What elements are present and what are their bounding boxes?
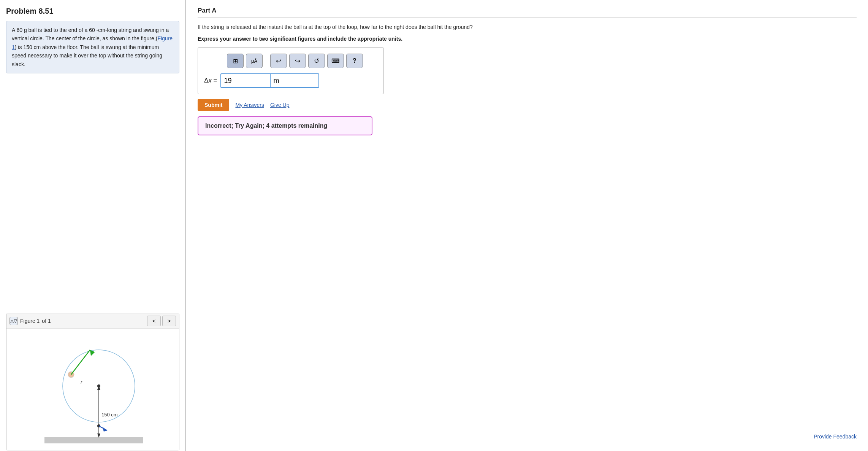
problem-text-part2: is 150 cm above the floor. The ball is s… bbox=[12, 44, 162, 67]
delta-x-label: Δx = bbox=[204, 77, 217, 84]
figure-canvas: 150 cm r bbox=[6, 329, 179, 451]
my-answers-link[interactable]: My Answers bbox=[235, 102, 264, 108]
toolbar-keyboard-btn[interactable]: ⌨ bbox=[327, 54, 344, 68]
toolbar-mu-btn[interactable]: μÅ bbox=[246, 54, 263, 68]
velocity-arrowhead bbox=[103, 427, 107, 432]
keyboard-icon: ⌨ bbox=[331, 57, 340, 64]
submit-button[interactable]: Submit bbox=[198, 99, 229, 111]
feedback-text: Incorrect; Try Again; 4 attempts remaini… bbox=[205, 122, 327, 129]
figure-spinner[interactable]: △▽ bbox=[10, 317, 18, 325]
problem-text-box: A 60 g ball is tied to the end of a 60 -… bbox=[6, 21, 179, 73]
nav-buttons: < > bbox=[147, 316, 176, 326]
figure-header-left: △▽ Figure 1 of 1 bbox=[10, 317, 51, 325]
input-row: Δx = bbox=[204, 73, 377, 88]
of-label: of 1 bbox=[42, 318, 51, 324]
answer-box: ⊞ μÅ ↩ ↪ ↺ ⌨ ? Δx = bbox=[198, 47, 384, 94]
provide-feedback-link[interactable]: Provide Feedback bbox=[814, 434, 857, 440]
string-line bbox=[71, 350, 90, 375]
value-input[interactable] bbox=[220, 73, 270, 88]
redo-icon: ↪ bbox=[295, 57, 300, 65]
unit-input[interactable] bbox=[270, 73, 319, 88]
height-label: 150 cm bbox=[101, 412, 118, 418]
instructions-text: Express your answer to two significant f… bbox=[198, 36, 857, 42]
problem-text-part1: A 60 g ball is tied to the end of a 60 -… bbox=[12, 27, 169, 41]
nav-next-button[interactable]: > bbox=[162, 316, 176, 326]
question-text: If the string is released at the instant… bbox=[198, 23, 857, 31]
floor bbox=[44, 437, 143, 443]
matrix-icon: ⊞ bbox=[233, 57, 238, 65]
center-dot bbox=[97, 384, 100, 387]
figure-panel: △▽ Figure 1 of 1 < > 150 cm bbox=[6, 313, 179, 451]
right-panel: Part A If the string is released at the … bbox=[186, 0, 868, 451]
left-panel: Problem 8.51 A 60 g ball is tied to the … bbox=[0, 0, 186, 451]
toolbar-undo-btn[interactable]: ↩ bbox=[270, 54, 287, 68]
figure-label: Figure 1 bbox=[20, 318, 40, 324]
toolbar-help-btn[interactable]: ? bbox=[346, 54, 363, 68]
figure-header: △▽ Figure 1 of 1 < > bbox=[6, 313, 179, 329]
toolbar-refresh-btn[interactable]: ↺ bbox=[308, 54, 325, 68]
toolbar-redo-btn[interactable]: ↪ bbox=[289, 54, 306, 68]
action-row: Submit My Answers Give Up bbox=[198, 99, 857, 111]
refresh-icon: ↺ bbox=[314, 57, 319, 65]
nav-prev-button[interactable]: < bbox=[147, 316, 161, 326]
feedback-box: Incorrect; Try Again; 4 attempts remaini… bbox=[198, 116, 372, 135]
radius-label: r bbox=[81, 379, 83, 385]
figure-svg: 150 cm r bbox=[6, 329, 179, 451]
undo-icon: ↩ bbox=[276, 57, 281, 65]
help-icon: ? bbox=[353, 57, 356, 64]
toolbar-matrix-btn[interactable]: ⊞ bbox=[227, 54, 244, 68]
arrow-down bbox=[97, 434, 100, 438]
mu-icon: μÅ bbox=[251, 58, 257, 64]
problem-title: Problem 8.51 bbox=[6, 7, 179, 16]
give-up-link[interactable]: Give Up bbox=[270, 102, 290, 108]
toolbar: ⊞ μÅ ↩ ↪ ↺ ⌨ ? bbox=[204, 54, 377, 68]
part-title: Part A bbox=[198, 7, 857, 18]
